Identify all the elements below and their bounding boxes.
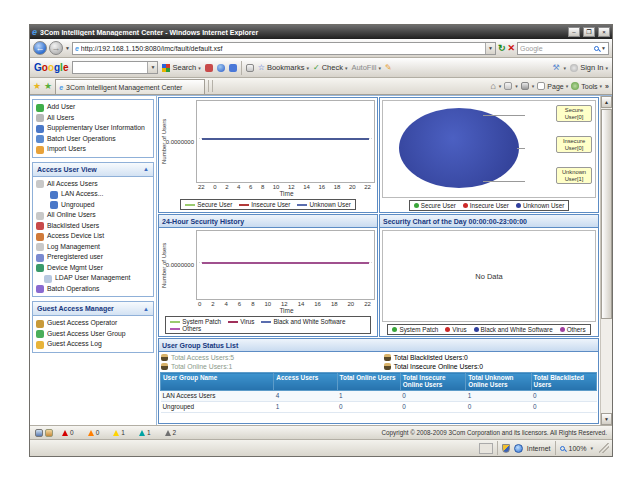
sidebar-item[interactable]: Guest Access Operator xyxy=(34,318,152,329)
highlighter-icon[interactable]: ✎ xyxy=(385,63,392,72)
hand-icon[interactable] xyxy=(45,429,53,437)
check-icon: ✓ xyxy=(313,63,320,72)
add-user-icon xyxy=(36,104,44,112)
sidebar-item[interactable]: Batch User Operations xyxy=(34,134,152,145)
check-button[interactable]: ✓ Check ▾ xyxy=(313,63,347,72)
plot-area xyxy=(196,230,375,300)
table-header-row: User Group Name Access Users Total Onlin… xyxy=(161,373,597,391)
minimize-button[interactable]: – xyxy=(568,27,580,37)
collapse-icon[interactable]: ▲ xyxy=(143,306,149,312)
sign-in-button[interactable]: Sign In ▾ xyxy=(570,63,608,72)
alarm-counter[interactable]: 1 xyxy=(113,429,125,436)
bookmarks-button[interactable]: ☆ Bookmarks ▾ xyxy=(258,63,309,72)
zoom-icon[interactable] xyxy=(560,446,565,451)
security-history-line-chart: Number of Users 0.0000000 02468101214161… xyxy=(159,228,377,336)
sidebar-item[interactable]: Guest Access User Group xyxy=(34,329,152,340)
google-search-input[interactable]: ▼ xyxy=(72,61,158,74)
toolbar-overflow[interactable]: » xyxy=(605,83,609,90)
sidebar-item[interactable]: Preregistered user xyxy=(34,252,152,263)
preregistered-user-icon xyxy=(36,254,44,262)
sidebar-item[interactable]: LAN Access... xyxy=(48,189,152,200)
scroll-up-icon[interactable]: ▲ xyxy=(601,96,612,108)
add-gadget-icon[interactable] xyxy=(229,64,237,72)
scroll-down-icon[interactable]: ▼ xyxy=(601,413,612,425)
tab-favicon: e xyxy=(59,83,63,92)
sidebar-section-guest-access-manager[interactable]: Guest Access Manager ▲ xyxy=(32,301,154,315)
alarm-triangle-icon xyxy=(62,430,68,436)
sidebar-item[interactable]: Guest Access Log xyxy=(34,339,152,350)
sidebar-item[interactable]: Ungrouped xyxy=(48,200,152,211)
plot-area xyxy=(196,100,375,183)
sphere-icon[interactable] xyxy=(217,64,225,72)
autofill-button[interactable]: AutoFill ▾ xyxy=(351,63,381,72)
total-access-users-icon xyxy=(161,354,168,361)
page-menu[interactable]: Page ▾ xyxy=(537,82,568,90)
tools-menu[interactable]: Tools ▾ xyxy=(571,82,602,90)
sidebar-item[interactable]: Device Mgmt User xyxy=(34,263,152,274)
search-icon[interactable] xyxy=(594,46,599,51)
sidebar-item[interactable]: All Access Users xyxy=(34,179,152,190)
search-dropdown-icon[interactable]: ▼ xyxy=(601,45,606,51)
panel-title: 24-Hour Security History xyxy=(159,215,377,228)
sidebar-item[interactable]: Access Device List xyxy=(34,231,152,242)
url-dropdown-icon[interactable]: ▼ xyxy=(485,43,495,54)
forward-button[interactable]: → xyxy=(49,41,63,55)
popup-blocker-icon[interactable] xyxy=(246,64,254,72)
zoom-level[interactable]: 100% xyxy=(569,445,587,452)
refresh-button[interactable]: ↻ xyxy=(498,43,506,53)
home-icon[interactable]: ⌂ xyxy=(490,81,495,91)
panel-title: User Group Status List xyxy=(159,339,598,352)
send-to-icon[interactable] xyxy=(205,64,213,72)
close-button[interactable]: × xyxy=(598,27,610,37)
maximize-button[interactable]: ❐ xyxy=(583,27,595,37)
url-text[interactable]: http://192.168.1.150:8080/imc/fault/defa… xyxy=(81,45,483,52)
sidebar-item[interactable]: Import Users xyxy=(34,144,152,155)
sidebar-item[interactable]: Blacklisted Users xyxy=(34,221,152,232)
guest-access-user-group-icon xyxy=(36,330,44,338)
wrench-icon[interactable]: ⚒ xyxy=(552,63,559,72)
vertical-scrollbar[interactable]: ▲ ▼ xyxy=(600,96,612,425)
alarm-counter[interactable]: 0 xyxy=(62,429,74,436)
sidebar-item[interactable]: Batch Operations xyxy=(34,284,152,295)
back-button[interactable]: ← xyxy=(33,41,47,55)
alarm-counter[interactable]: 1 xyxy=(139,429,151,436)
total-online-users-icon xyxy=(161,363,168,370)
alarm-triangle-icon xyxy=(139,430,145,436)
sidebar-item[interactable]: Add User xyxy=(34,102,152,113)
feeds-icon[interactable] xyxy=(504,82,512,90)
resize-grip[interactable] xyxy=(599,443,609,453)
stop-button[interactable]: ✕ xyxy=(507,43,515,53)
alarm-counter[interactable]: 2 xyxy=(165,429,177,436)
panel-user-online-chart: Number of Users 0.0000000 22024681012141… xyxy=(158,97,378,213)
sidebar-item[interactable]: LDAP User Management xyxy=(42,273,152,284)
sidebar-item[interactable]: Supplementary User Information xyxy=(34,123,152,134)
scrollbar-thumb[interactable] xyxy=(601,109,612,319)
google-search-dropdown-icon[interactable]: ▼ xyxy=(147,62,157,73)
page-content: Add User All Users Supplementary User In… xyxy=(30,95,612,425)
alarm-counter[interactable]: 0 xyxy=(88,429,100,436)
sidebar-item[interactable]: All Users xyxy=(34,113,152,124)
sidebar-item[interactable]: Log Management xyxy=(34,242,152,253)
panel-security-day: Security Chart of the Day 00:00:00-23:00… xyxy=(379,214,599,337)
url-field[interactable]: e http://192.168.1.150:8080/imc/fault/de… xyxy=(72,42,496,55)
window-title: 3Com Intelligent Management Center - Win… xyxy=(40,29,565,36)
panel-title: Security Chart of the Day 00:00:00-23:00… xyxy=(380,215,598,228)
collapse-icon[interactable]: ▲ xyxy=(143,166,149,172)
search-input[interactable]: Google ▼ xyxy=(517,42,609,55)
google-search-button[interactable]: Search ▾ xyxy=(162,63,200,72)
guest-access-log-icon xyxy=(36,341,44,349)
y-axis-tick: 0.0000000 xyxy=(170,100,196,183)
add-favorite-icon[interactable]: ★ xyxy=(44,81,52,91)
print-icon[interactable] xyxy=(521,82,529,90)
supplementary-user-icon xyxy=(36,125,44,133)
tab-active[interactable]: e 3Com Intelligent Management Center xyxy=(55,79,205,94)
monitor-icon[interactable] xyxy=(35,429,43,437)
tree-collapse-icon xyxy=(36,180,44,188)
sidebar-item[interactable]: All Online Users xyxy=(34,210,152,221)
tree-expand-icon xyxy=(36,243,44,251)
panel-security-history: 24-Hour Security History Number of Users… xyxy=(158,214,378,337)
sidebar-section-access-user-view[interactable]: Access User View ▲ xyxy=(32,162,154,176)
history-dropdown-icon[interactable]: ▼ xyxy=(65,45,70,51)
favorites-icon[interactable]: ★ xyxy=(33,81,41,91)
zoom-dropdown-icon[interactable]: ▾ xyxy=(590,445,593,451)
